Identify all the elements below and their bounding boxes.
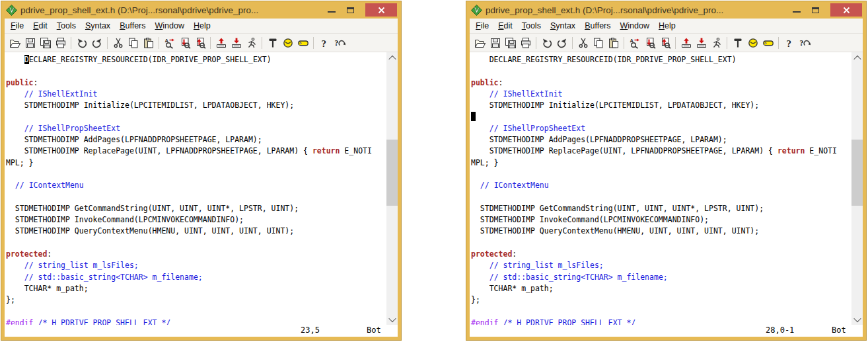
help-find-icon[interactable]: ? (797, 35, 812, 50)
scrollbar[interactable] (386, 52, 398, 325)
make-icon[interactable] (265, 35, 280, 50)
code-line: // std::basic_string<TCHAR> m_filename; (6, 272, 386, 283)
title-bar[interactable]: pdrive_prop_shell_ext.h (D:\Proj...rsona… (466, 1, 866, 19)
find-replace-icon[interactable]: A (627, 35, 642, 50)
maximize-button[interactable] (806, 3, 825, 17)
text-editor[interactable]: DECLARE_REGISTRY_RESOURCEID(IDR_PDRIVE_P… (5, 52, 398, 325)
jump-tag-icon[interactable] (295, 35, 310, 50)
scrollbar[interactable] (851, 52, 863, 325)
session-load-icon[interactable] (213, 35, 229, 50)
help-icon[interactable]: ? (781, 35, 797, 50)
status-ruler: 23,5 (301, 325, 320, 335)
scroll-up-icon[interactable] (386, 52, 398, 64)
menu-file[interactable]: File (6, 20, 28, 32)
code-line: // IShellPropSheetExt (6, 123, 386, 134)
find-prev-icon[interactable] (192, 35, 207, 50)
print-icon[interactable] (518, 35, 533, 50)
code-line (6, 192, 386, 203)
undo-icon[interactable] (74, 35, 89, 50)
vim-logo-icon (471, 5, 482, 16)
undo-icon[interactable] (539, 35, 554, 50)
menu-help[interactable]: Help (189, 20, 215, 32)
menu-file[interactable]: File (471, 20, 493, 32)
code-line: // IShellExtInit (471, 89, 851, 100)
text-editor[interactable]: DECLARE_REGISTRY_RESOURCEID(IDR_PDRIVE_P… (470, 52, 863, 325)
menu-syntax[interactable]: Syntax (546, 20, 580, 32)
menu-window[interactable]: Window (616, 20, 654, 32)
redo-icon[interactable] (89, 35, 104, 50)
make-icon[interactable] (730, 35, 745, 50)
menu-help[interactable]: Help (654, 20, 680, 32)
find-next-icon[interactable] (177, 35, 192, 50)
text-cursor (471, 112, 476, 121)
paste-icon[interactable] (141, 35, 156, 50)
help-icon[interactable]: ? (316, 35, 332, 50)
print-icon[interactable] (53, 35, 68, 50)
minimize-button[interactable] (787, 3, 806, 17)
code-line: // string_list m_lsFiles; (471, 260, 851, 271)
cut-icon[interactable] (110, 35, 126, 50)
build-tags-icon[interactable] (280, 35, 295, 50)
minimize-button[interactable] (322, 3, 341, 17)
svg-text:?: ? (334, 39, 338, 47)
menu-tools[interactable]: Tools (517, 20, 546, 32)
toolbar-separator (107, 37, 108, 49)
status-bar: 28,0-1 Bot (470, 325, 863, 337)
help-find-icon[interactable]: ? (332, 35, 347, 50)
code-area[interactable]: DECLARE_REGISTRY_RESOURCEID(IDR_PDRIVE_P… (5, 52, 386, 325)
code-line: // IContextMenu (6, 180, 386, 191)
find-prev-icon[interactable] (657, 35, 672, 50)
menu-syntax[interactable]: Syntax (81, 20, 115, 32)
menu-edit[interactable]: Edit (28, 20, 52, 32)
code-line: MPL; } (6, 157, 386, 169)
gvim-window-1: pdrive_prop_shell_ext.h (D:\Proj...rsona… (1, 1, 402, 341)
title-bar[interactable]: pdrive_prop_shell_ext.h (D:\Proj...rsona… (1, 1, 401, 19)
code-line (6, 65, 386, 77)
open-icon[interactable] (472, 35, 488, 50)
menu-edit[interactable]: Edit (493, 20, 517, 32)
save-all-icon[interactable] (503, 35, 518, 50)
build-tags-icon[interactable] (745, 35, 760, 50)
code-line (6, 306, 386, 318)
scrollbar-thumb[interactable] (386, 140, 398, 206)
session-save-icon[interactable] (694, 35, 709, 50)
toolbar-separator (572, 37, 573, 49)
scroll-down-icon[interactable] (386, 314, 398, 325)
code-area[interactable]: DECLARE_REGISTRY_RESOURCEID(IDR_PDRIVE_P… (470, 52, 851, 325)
toolbar-separator (727, 37, 727, 49)
copy-icon[interactable] (126, 35, 141, 50)
menu-window[interactable]: Window (151, 20, 189, 32)
maximize-icon (812, 7, 819, 13)
menu-buffers[interactable]: Buffers (580, 20, 615, 32)
menu-buffers[interactable]: Buffers (115, 20, 150, 32)
redo-icon[interactable] (554, 35, 569, 50)
scroll-up-icon[interactable] (851, 52, 863, 64)
run-script-icon[interactable] (709, 35, 724, 50)
save-icon[interactable] (488, 35, 503, 50)
cut-icon[interactable] (575, 35, 591, 50)
maximize-button[interactable] (341, 3, 360, 17)
open-icon[interactable] (7, 35, 22, 50)
code-line: STDMETHODIMP AddPages(LPFNADDPROPSHEETPA… (6, 134, 386, 146)
menu-bar: FileEditToolsSyntaxBuffersWindowHelp (470, 19, 863, 33)
close-button[interactable] (365, 3, 397, 17)
window-title: pdrive_prop_shell_ext.h (D:\Proj...rsona… (486, 5, 723, 15)
run-script-icon[interactable] (244, 35, 259, 50)
session-load-icon[interactable] (678, 35, 694, 50)
copy-icon[interactable] (591, 35, 606, 50)
find-replace-icon[interactable]: A (162, 35, 177, 50)
close-button[interactable] (830, 3, 862, 17)
jump-tag-icon[interactable] (760, 35, 776, 50)
scroll-down-icon[interactable] (851, 314, 863, 325)
scrollbar-thumb[interactable] (851, 140, 863, 206)
find-next-icon[interactable] (642, 35, 657, 50)
menu-tools[interactable]: Tools (52, 20, 81, 32)
save-all-icon[interactable] (38, 35, 53, 50)
save-icon[interactable] (22, 35, 38, 50)
toolbar-separator (262, 37, 262, 49)
session-save-icon[interactable] (229, 35, 244, 50)
code-line: protected: (471, 249, 851, 260)
paste-icon[interactable] (606, 35, 621, 50)
toolbar: A?? (470, 33, 863, 52)
close-icon (843, 7, 850, 14)
